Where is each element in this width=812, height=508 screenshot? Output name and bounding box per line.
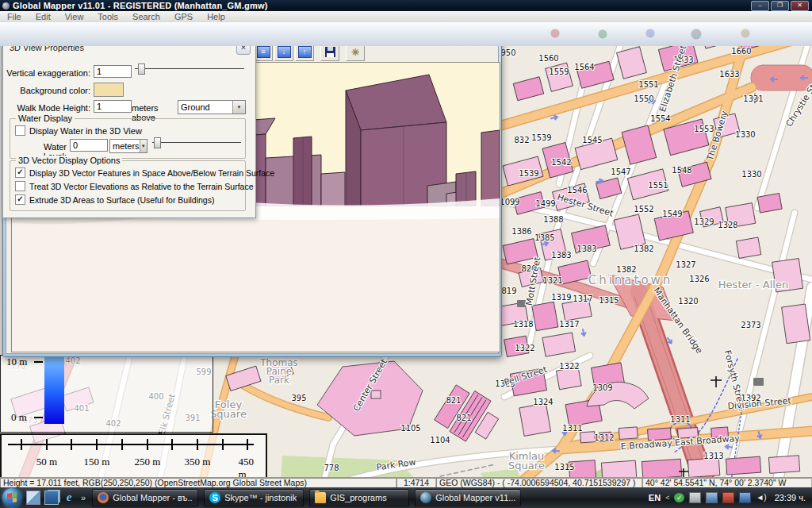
svg-text:1549: 1549 xyxy=(662,210,682,218)
power-tray-icon[interactable] xyxy=(722,492,734,503)
display-water-checkbox[interactable] xyxy=(15,125,25,136)
scale-label: 150 m xyxy=(84,456,110,468)
menu-edit[interactable]: Edit xyxy=(29,12,58,21)
taskbar-button-global-mapper[interactable]: Global Mapper v11.... xyxy=(415,489,521,507)
legend-min-label: 0 m xyxy=(11,411,27,424)
background-color-swatch[interactable] xyxy=(94,83,124,97)
tray-expand-icon[interactable]: < xyxy=(665,494,669,502)
vector-options-group-label: 3D Vector Display Options xyxy=(16,156,122,165)
scale-ticks xyxy=(2,435,262,475)
scale-label: 50 m xyxy=(36,456,57,468)
elevation-legend: 10 m 0 m xyxy=(0,355,213,433)
relative-elevations-label: Treat 3D Vector Elevations as Relative t… xyxy=(29,182,253,191)
map-scale-bar: 50 m 150 m 250 m 350 m 450 m xyxy=(0,433,267,479)
system-tray: EN < ✓ ◄) 23:39 ч. xyxy=(649,492,812,503)
security-shield-icon[interactable]: ✓ xyxy=(674,493,684,502)
selected-value: Ground xyxy=(178,102,232,112)
svg-text:2373: 2373 xyxy=(741,321,760,329)
pan-icon: ≡ xyxy=(257,46,270,58)
svg-text:1560: 1560 xyxy=(538,54,558,63)
scale-label: 250 m xyxy=(135,456,161,468)
taskbar-button-browser[interactable]: Global Mapper - въ... xyxy=(92,489,198,507)
selected-value: meters xyxy=(110,141,140,151)
scale-label: 350 m xyxy=(185,456,211,468)
svg-text:1309: 1309 xyxy=(592,383,612,392)
water-level-units-select[interactable]: meters ▼ xyxy=(109,139,147,153)
svg-text:832: 832 xyxy=(514,136,529,144)
svg-text:1105: 1105 xyxy=(400,424,420,433)
svg-text:1312: 1312 xyxy=(594,433,614,442)
slider-track xyxy=(135,68,244,69)
svg-text:1383: 1383 xyxy=(576,244,596,253)
svg-text:1317: 1317 xyxy=(573,294,592,303)
switch-windows-icon[interactable] xyxy=(44,491,59,505)
menu-bar: File Edit View Tools Search GPS Help xyxy=(0,11,812,23)
slider-thumb[interactable] xyxy=(138,64,145,75)
display-water-label: Display Water in the 3D View xyxy=(29,126,142,136)
volume-icon[interactable]: ◄) xyxy=(756,493,766,502)
svg-text:1564: 1564 xyxy=(574,63,594,71)
display-tray-icon[interactable] xyxy=(689,492,701,503)
slider-track xyxy=(152,142,241,143)
extrude-areas-checkbox[interactable]: ✓ xyxy=(15,194,25,205)
svg-text:1547: 1547 xyxy=(611,167,630,176)
svg-text:1327: 1327 xyxy=(676,260,695,269)
menu-help[interactable]: Help xyxy=(200,12,232,21)
svg-text:1542: 1542 xyxy=(551,158,571,167)
svg-text:395: 395 xyxy=(291,394,306,402)
svg-text:1633: 1633 xyxy=(719,70,739,79)
svg-text:1382: 1382 xyxy=(634,244,653,253)
overflow-chevron-icon[interactable]: » xyxy=(81,493,86,502)
menu-view[interactable]: View xyxy=(58,12,91,21)
svg-text:Hester - Allen: Hester - Allen xyxy=(718,279,788,291)
vertical-exaggeration-slider[interactable] xyxy=(135,63,244,74)
minimize-button[interactable]: – xyxy=(751,1,769,11)
legend-tick-top xyxy=(34,361,43,363)
menu-file[interactable]: File xyxy=(0,12,29,21)
svg-text:821: 821 xyxy=(446,396,461,405)
3d-view-properties-dialog[interactable]: 3D View Properties ✕ Vertical exaggerati… xyxy=(2,39,256,218)
svg-text:1319: 1319 xyxy=(551,293,571,302)
menu-search[interactable]: Search xyxy=(125,12,167,21)
taskbar-button-folder[interactable]: GIS_programs xyxy=(309,489,409,507)
language-indicator[interactable]: EN xyxy=(649,493,661,502)
main-titlebar[interactable]: Global Mapper v11.01 - REGISTERED (Manha… xyxy=(0,0,812,11)
svg-text:1499: 1499 xyxy=(535,199,555,208)
water-display-group-label: Water Display xyxy=(16,114,75,123)
clock[interactable]: 23:39 ч. xyxy=(775,493,806,502)
water-level-slider[interactable] xyxy=(152,137,241,148)
menu-tools[interactable]: Tools xyxy=(90,12,125,21)
svg-text:1322: 1322 xyxy=(559,362,579,371)
vertical-exaggeration-input[interactable] xyxy=(94,65,132,78)
menu-gps[interactable]: GPS xyxy=(167,12,200,21)
svg-text:1329: 1329 xyxy=(694,217,714,226)
svg-text:1324: 1324 xyxy=(533,398,553,406)
elevation-gradient-bar xyxy=(44,356,64,424)
chevron-down-icon[interactable]: ▼ xyxy=(140,140,147,152)
water-level-input[interactable] xyxy=(70,139,108,152)
walk-mode-height-input[interactable] xyxy=(94,100,132,113)
legend-tick-bottom xyxy=(34,417,43,418)
start-button[interactable] xyxy=(2,488,21,507)
svg-text:1317: 1317 xyxy=(559,320,579,329)
svg-text:950: 950 xyxy=(500,48,515,57)
legend-max-label: 10 m xyxy=(6,356,27,368)
svg-text:1330: 1330 xyxy=(741,170,761,179)
taskbar-button-skype[interactable]: S Skype™ - jinstonik xyxy=(204,489,304,507)
display-3d-features-checkbox[interactable]: ✓ xyxy=(15,167,25,178)
svg-text:1321: 1321 xyxy=(542,276,562,285)
chevron-down-icon[interactable]: ▼ xyxy=(232,101,245,114)
close-button[interactable]: ✕ xyxy=(791,1,809,11)
svg-text:1385: 1385 xyxy=(534,233,554,242)
internet-explorer-icon[interactable]: e xyxy=(63,491,75,504)
network-tray-icon[interactable] xyxy=(739,492,751,503)
slider-thumb[interactable] xyxy=(154,137,161,148)
restore-button[interactable]: ❐ xyxy=(771,1,789,11)
background-color-label: Background color: xyxy=(3,86,90,95)
walk-mode-reference-select[interactable]: Ground ▼ xyxy=(178,100,246,114)
relative-elevations-checkbox[interactable] xyxy=(15,181,25,191)
svg-text:819: 819 xyxy=(501,287,516,295)
monitor-tray-icon[interactable] xyxy=(706,492,718,503)
svg-text:1554: 1554 xyxy=(650,114,670,123)
show-desktop-icon[interactable] xyxy=(26,491,40,505)
